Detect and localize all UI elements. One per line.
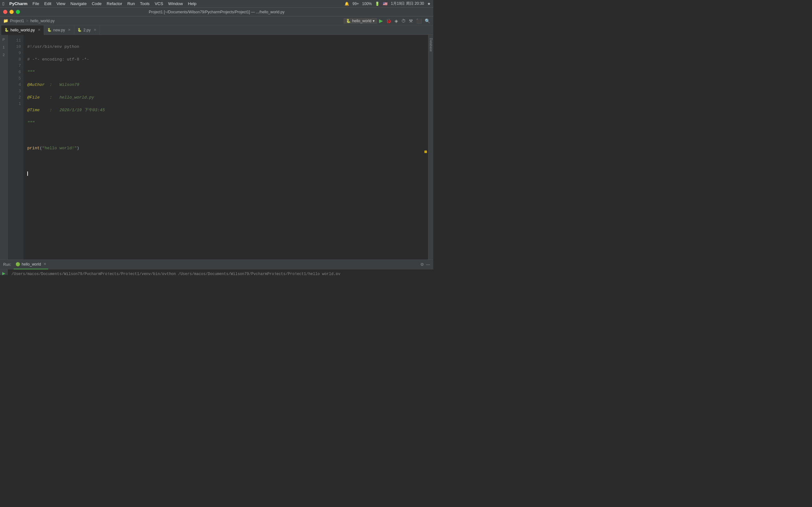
coverage-button[interactable]: ◈	[395, 18, 398, 23]
notification-count: 99+	[352, 2, 359, 6]
gutter-mark	[424, 151, 427, 153]
star-icon: ★	[427, 2, 431, 6]
code-text[interactable]: #!/usr/bin/env python # -*- encoding: ut…	[23, 35, 428, 260]
battery-pct: 100%	[362, 2, 372, 6]
minimize-panel-icon[interactable]: —	[426, 262, 430, 267]
line-numbers: 11 10 9 8 7 6 5 4 3 2 1	[8, 35, 23, 260]
menubar-right: 🔔 99+ 100% 🔋 🇺🇸 1月19日 周日 20:30 ★	[345, 1, 431, 6]
tab-close-button[interactable]: ✕	[38, 28, 41, 32]
traffic-lights	[3, 10, 20, 14]
run-output: /Users/macos/Documents/Wilson79/PycharmP…	[8, 269, 433, 275]
run-command-line: /Users/macos/Documents/Wilson79/PycharmP…	[11, 271, 429, 275]
database-label[interactable]: Database	[429, 38, 433, 52]
stop-button[interactable]: ⬛	[416, 18, 421, 23]
menu-view[interactable]: View	[56, 1, 65, 6]
python-file-icon: 🐍	[47, 28, 52, 32]
sidebar-icon-1[interactable]: P	[0, 36, 7, 43]
menu-help[interactable]: Help	[188, 1, 197, 6]
run-panel: Run: 🟢 hello_world ✕ ⚙ — ▶ ▲ ⬛ ▼ ⊞ ⇑ 📌 🖨…	[0, 260, 433, 275]
python-file-icon: 🐍	[78, 28, 82, 32]
menu-vcs[interactable]: VCS	[155, 1, 163, 6]
run-label: Run:	[3, 262, 11, 267]
project-bar: 📁 Project1 > hello_world.py 🐍 hello_worl…	[0, 16, 433, 25]
battery-icon: 🔋	[375, 2, 380, 6]
python-file-icon: 🐍	[4, 28, 9, 32]
menu-window[interactable]: Window	[168, 1, 183, 6]
tab-new-py[interactable]: 🐍 new.py ✕	[44, 25, 74, 35]
profile-button[interactable]: ⏱	[401, 18, 406, 23]
notification-bell: 🔔	[345, 2, 349, 6]
run-tab-icon: 🟢	[15, 262, 20, 267]
menu-run[interactable]: Run	[127, 1, 135, 6]
run-panel-tools: ⚙ —	[420, 262, 430, 267]
menu-bar:  PyCharm File Edit View Navigate Code R…	[0, 0, 433, 8]
run-button[interactable]: ▶	[379, 18, 383, 24]
run-panel-header: Run: 🟢 hello_world ✕ ⚙ —	[0, 260, 433, 269]
menu-code[interactable]: Code	[92, 1, 101, 6]
tab-hello-world[interactable]: 🐍 hello_world.py ✕	[1, 25, 44, 35]
run-tab-hello-world[interactable]: 🟢 hello_world ✕	[14, 260, 48, 269]
toolbar-right: 🐍 hello_world ▾ ▶ 🐞 ◈ ⏱ ⚒ ⬛ 🔍	[344, 18, 430, 24]
sidebar-icon-2[interactable]: 1	[0, 44, 7, 51]
run-config-selector[interactable]: 🐍 hello_world ▾	[344, 18, 377, 24]
python-icon: 🐍	[346, 19, 351, 23]
menu-tools[interactable]: Tools	[140, 1, 149, 6]
run-panel-toolbar: ▶ ▲ ⬛ ▼ ⊞ ⇑ 📌 🖨 🗑	[0, 269, 8, 275]
code-editor[interactable]: 11 10 9 8 7 6 5 4 3 2 1 #!/usr/bin/env p…	[8, 35, 428, 260]
rerun-button[interactable]: ▶	[1, 271, 7, 275]
menu-edit[interactable]: Edit	[44, 1, 51, 6]
search-icon[interactable]: 🔍	[425, 18, 430, 23]
tabs-bar: 🐍 hello_world.py ✕ 🐍 new.py ✕ 🐍 2.py ✕	[0, 25, 433, 35]
menu-file[interactable]: File	[33, 1, 39, 6]
apple-menu[interactable]: 	[3, 1, 4, 6]
title-bar: Project1 [~/Documents/Wilson79/PycharmPr…	[0, 8, 433, 16]
menu-refactor[interactable]: Refactor	[107, 1, 122, 6]
left-sidebar: P 1 2	[0, 35, 8, 260]
app-name[interactable]: PyCharm	[9, 1, 27, 6]
run-tab-close[interactable]: ✕	[44, 262, 46, 266]
right-sidebar: Database	[428, 35, 433, 260]
maximize-button[interactable]	[16, 10, 20, 14]
sidebar-icon-3[interactable]: 2	[0, 51, 7, 58]
project-name[interactable]: Project1	[10, 19, 24, 23]
settings-icon[interactable]: ⚙	[420, 262, 424, 267]
build-button[interactable]: ⚒	[409, 18, 413, 23]
folder-icon: 📁	[3, 18, 8, 23]
tab-close-button[interactable]: ✕	[94, 28, 96, 32]
run-panel-body: ▶ ▲ ⬛ ▼ ⊞ ⇑ 📌 🖨 🗑 /Users/macos/Documents…	[0, 269, 433, 275]
menu-navigate[interactable]: Navigate	[70, 1, 87, 6]
debug-button[interactable]: 🐞	[386, 18, 392, 23]
datetime: 1月19日 周日 20:30	[391, 1, 424, 6]
flag-icon: 🇺🇸	[383, 2, 388, 6]
tab-close-button[interactable]: ✕	[68, 28, 71, 32]
close-button[interactable]	[3, 10, 7, 14]
tab-2-py[interactable]: 🐍 2.py ✕	[74, 25, 100, 35]
minimize-button[interactable]	[9, 10, 14, 14]
chevron-down-icon: ▾	[373, 19, 374, 23]
breadcrumb-file[interactable]: hello_world.py	[31, 19, 55, 23]
breadcrumb-separator: >	[26, 18, 29, 23]
window-title: Project1 [~/Documents/Wilson79/PycharmPr…	[149, 10, 285, 14]
main-editor-area: P 1 2 11 10 9 8 7 6 5 4 3 2 1 #!/usr/bin…	[0, 35, 433, 260]
